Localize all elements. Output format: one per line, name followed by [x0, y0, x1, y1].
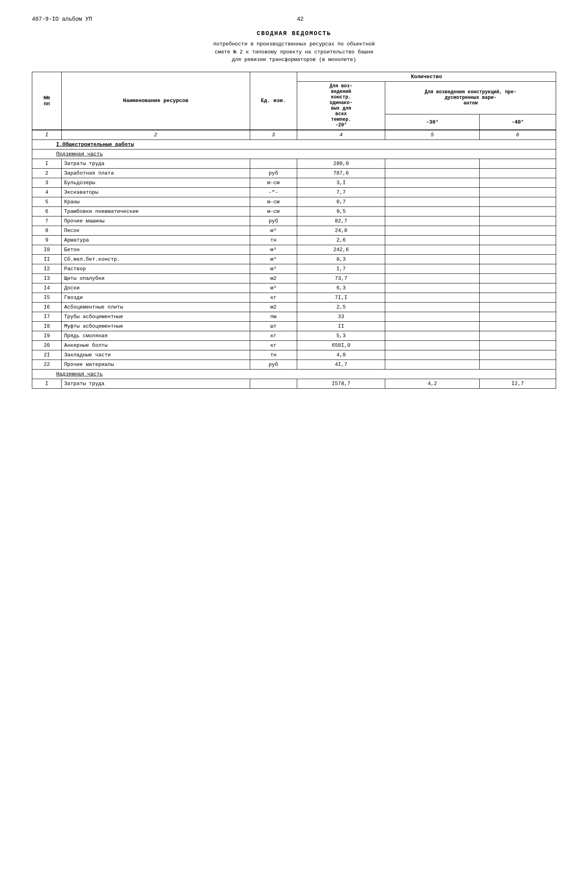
table-row: I2 Раствор м³ I,7: [32, 264, 556, 273]
row-qty1: I,7: [297, 264, 385, 273]
row-name: Раствор: [61, 264, 250, 273]
header-unit: Ед. изм.: [250, 72, 297, 130]
row-num: 22: [32, 360, 62, 369]
row-unit: пм: [250, 312, 297, 321]
col-index-4: 4: [297, 130, 385, 140]
row-unit: руб: [250, 216, 297, 226]
row-qty2: [385, 235, 479, 245]
row-qty2: [385, 216, 479, 226]
row-num: I3: [32, 273, 62, 283]
row-qty3: [479, 331, 556, 340]
row-qty2: [385, 226, 479, 235]
row-qty3: [479, 235, 556, 245]
row-qty3: [479, 178, 556, 187]
header-qty-label: Количество: [297, 72, 556, 81]
row-unit: м³: [250, 283, 297, 293]
row-num: I0: [32, 245, 62, 254]
header-qty2-label: Для возведения конструкций, пре-дусмотре…: [385, 81, 556, 114]
row-qty1: 7,7: [297, 187, 385, 197]
row-qty2: 4,2: [385, 379, 479, 388]
row-name: Затраты труда: [61, 379, 250, 388]
row-qty3: [479, 312, 556, 321]
table-col-index-row: I 2 3 4 5 6: [32, 130, 556, 140]
table-row: 7 Прочие машины руб 82,7: [32, 216, 556, 226]
table-row: I8 Муфты асбоцементные шт II: [32, 321, 556, 331]
row-unit: м2: [250, 273, 297, 283]
subsection-header-underground: Подземная часть: [32, 149, 556, 159]
row-name: Прочие материалы: [61, 360, 250, 369]
row-qty3: [479, 360, 556, 369]
row-name: Прядь смоляная: [61, 331, 250, 340]
row-qty3: I2,7: [479, 379, 556, 388]
row-qty2: [385, 360, 479, 369]
main-table: №№ пп Наименование ресурсов Ед. изм. Кол…: [32, 72, 556, 389]
row-unit: кг: [250, 293, 297, 302]
row-qty2: [385, 264, 479, 273]
table-row: 22 Прочие материалы руб 4I,7: [32, 360, 556, 369]
table-row: I7 Трубы асбоцементные пм 33: [32, 312, 556, 321]
row-qty2: [385, 168, 479, 178]
row-qty1: II: [297, 321, 385, 331]
row-name: Муфты асбоцементные: [61, 321, 250, 331]
row-qty2: [385, 187, 479, 197]
row-qty2: [385, 206, 479, 216]
row-unit: м-см: [250, 206, 297, 216]
row-name: Закладные части: [61, 350, 250, 360]
row-name: Затраты труда: [61, 159, 250, 168]
row-num: I7: [32, 312, 62, 321]
table-row: 8 Песок м³ 24,8: [32, 226, 556, 235]
row-qty2: [385, 331, 479, 340]
main-title: СВОДНАЯ ВЕДОМОСТЬ: [32, 30, 556, 37]
row-qty3: [479, 340, 556, 350]
row-qty1: 2,5: [297, 302, 385, 312]
row-qty1: 3,I: [297, 178, 385, 187]
row-num: 9: [32, 235, 62, 245]
row-qty1: 5,3: [297, 331, 385, 340]
row-qty2: [385, 245, 479, 254]
header-qty2-sub1: -30°: [385, 114, 479, 130]
row-qty2: [385, 197, 479, 206]
table-row: I4 Доски м³ 6,3: [32, 283, 556, 293]
row-num: 4: [32, 187, 62, 197]
row-qty3: [479, 293, 556, 302]
row-qty1: 8,3: [297, 254, 385, 264]
row-name: Бетон: [61, 245, 250, 254]
row-qty3: [479, 321, 556, 331]
table-header-row1: №№ пп Наименование ресурсов Ед. изм. Кол…: [32, 72, 556, 81]
row-unit: тн: [250, 235, 297, 245]
row-name: Щиты опалубки: [61, 273, 250, 283]
table-row: II Сб.жел.бет.констр. м³ 8,3: [32, 254, 556, 264]
header-qty1: Для воз-веденийконстр.одинако-вых длявсе…: [297, 81, 385, 130]
row-qty1: 2,6: [297, 235, 385, 245]
row-qty3: [479, 264, 556, 273]
row-name: Сб.жел.бет.констр.: [61, 254, 250, 264]
row-qty1: 7I,I: [297, 293, 385, 302]
row-qty1: 9,5: [297, 206, 385, 216]
row-qty3: [479, 168, 556, 178]
row-unit: тн: [250, 350, 297, 360]
header-qty2-sub2: -40°: [479, 114, 556, 130]
row-num: I: [32, 379, 62, 388]
doc-number: 407-9-IO альбом УП: [32, 16, 92, 22]
row-num: I6: [32, 302, 62, 312]
row-unit: -"-: [250, 187, 297, 197]
row-unit: м³: [250, 264, 297, 273]
row-unit: м³: [250, 254, 297, 264]
row-qty3: [479, 216, 556, 226]
row-name: Анкерные болты: [61, 340, 250, 350]
row-qty3: [479, 350, 556, 360]
table-row: 5 Краны м-см 0,7: [32, 197, 556, 206]
subsection-title-underground: Подземная часть: [56, 151, 103, 157]
table-row: 20 Анкерные болты кг 658I,0: [32, 340, 556, 350]
row-num: II: [32, 254, 62, 264]
row-unit: руб: [250, 168, 297, 178]
row-unit: шт: [250, 321, 297, 331]
row-name: Песок: [61, 226, 250, 235]
page-number: 42: [92, 16, 508, 22]
row-name: Трамбовки пневматические: [61, 206, 250, 216]
row-num: 7: [32, 216, 62, 226]
row-unit: [250, 379, 297, 388]
row-name: Трубы асбоцементные: [61, 312, 250, 321]
table-row: 2 Заработная плата руб 787,6: [32, 168, 556, 178]
row-name: Экскаваторы: [61, 187, 250, 197]
